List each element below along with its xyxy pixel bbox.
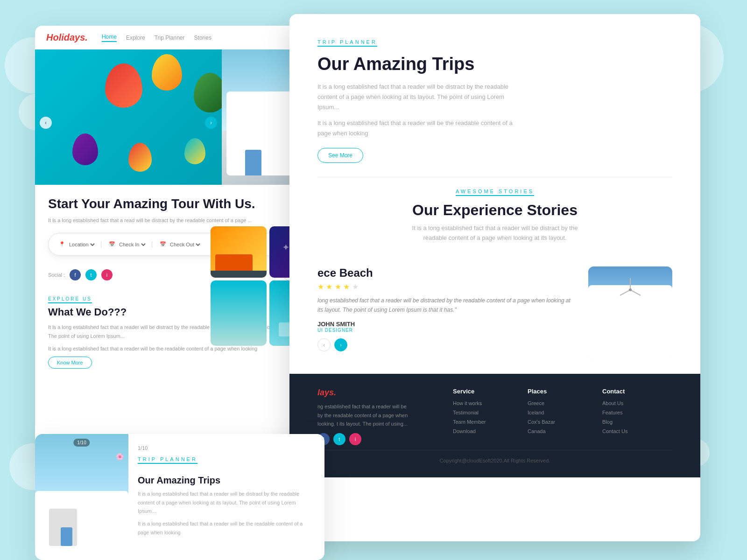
bottom-flowers: 🌸 xyxy=(116,453,124,460)
footer-places-link-1[interactable]: Iceland xyxy=(528,410,593,415)
reviewer-role: UI DESIGNER xyxy=(317,328,574,333)
bottom-card-content: 1/10 Trip Planner Our Amazing Trips It i… xyxy=(128,434,324,560)
location-select[interactable]: Location xyxy=(67,241,96,248)
star-5-empty: ★ xyxy=(352,283,359,291)
location-icon: 📍 xyxy=(59,241,65,247)
footer-copyright: Copyright@cloudEsoft2020.All Rights Rese… xyxy=(317,450,672,463)
stories-label: Awesome Stories xyxy=(456,189,534,196)
checkin-field[interactable]: 📅 Check In xyxy=(104,241,152,248)
twitter-icon[interactable]: t xyxy=(85,269,97,280)
star-rating: ★ ★ ★ ★ ★ xyxy=(317,282,574,291)
trip-planner-label: Trip Planner xyxy=(317,39,377,47)
footer-service-link-0[interactable]: How it works xyxy=(453,400,518,406)
testimonial-text: ece Beach ★ ★ ★ ★ ★ long established fac… xyxy=(317,266,574,351)
know-more-button[interactable]: Know More xyxy=(48,357,92,369)
bottom-trip-label: Trip Planner xyxy=(138,456,197,464)
footer-contact-link-0[interactable]: About Us xyxy=(602,400,672,406)
testimonial-prev-btn[interactable]: ‹ xyxy=(317,338,331,351)
nav-home[interactable]: Home xyxy=(102,34,117,42)
footer-contact-title: Contact xyxy=(602,388,672,395)
explore-label: Explore Us xyxy=(48,296,92,303)
checkout-select[interactable]: Check Out xyxy=(168,241,202,248)
balloon-4 xyxy=(72,133,98,165)
star-3: ★ xyxy=(335,283,341,291)
nav-trip-planner[interactable]: Trip Planner xyxy=(155,35,185,41)
navbar: Holidays. Home Explore Trip Planner Stor… xyxy=(35,26,324,49)
bottom-card: 🌸 1/10 1/10 Trip Planner Our Amazing Tri… xyxy=(35,434,324,560)
bottom-trip-desc1: It is a long established fact that a rea… xyxy=(138,490,315,516)
footer-service-link-1[interactable]: Testimonial xyxy=(453,410,518,415)
footer-section: lays. ng established fact that a reader … xyxy=(289,374,700,477)
star-1: ★ xyxy=(317,283,324,291)
greek-door xyxy=(245,150,261,175)
footer-service-link-2[interactable]: Team Member xyxy=(453,419,518,425)
balloon-2 xyxy=(152,54,182,91)
checkout-field[interactable]: 📅 Check Out xyxy=(155,241,206,248)
footer-brand: lays. ng established fact that a reader … xyxy=(317,388,411,445)
bottom-counter-label: 1/10 xyxy=(138,445,315,451)
footer-contact-link-2[interactable]: Blog xyxy=(602,419,672,425)
footer-description: ng established fact that a reader will b… xyxy=(317,402,411,428)
testimonial-place: ece Beach xyxy=(317,266,574,280)
beach-image xyxy=(211,280,267,346)
hero-prev-btn[interactable]: ‹ xyxy=(40,117,52,129)
testimonial-next-btn[interactable]: › xyxy=(334,338,347,351)
checkin-select[interactable]: Check In xyxy=(117,241,147,248)
footer-contact-link-1[interactable]: Features xyxy=(602,410,672,415)
footer-service-title: Service xyxy=(453,388,518,395)
balloon-1 xyxy=(105,63,142,108)
nav-stories[interactable]: Stories xyxy=(194,35,211,41)
facebook-icon[interactable]: f xyxy=(70,269,81,280)
testimonial-body: long established fact that a reader will… xyxy=(317,296,574,315)
footer-ig-icon[interactable]: i xyxy=(349,433,361,445)
testimonial-nav: ‹ › xyxy=(317,338,574,351)
hero-image: 🌸🌺 ‹ › xyxy=(35,49,324,185)
footer-contact-link-3[interactable]: Contact Us xyxy=(602,428,672,434)
instagram-icon[interactable]: i xyxy=(101,269,113,280)
footer-places-link-2[interactable]: Cox's Bazar xyxy=(528,419,593,425)
trip-planner-desc1: It is a long established fact that a rea… xyxy=(317,82,514,112)
bottom-trip-desc2: It is a long established fact that a rea… xyxy=(138,519,315,537)
trip-planner-section: Trip Planner Our Amazing Trips It is a l… xyxy=(289,14,700,177)
star-4: ★ xyxy=(343,283,350,291)
stories-section: Awesome Stories Our Experience Stories I… xyxy=(289,177,700,257)
testimonial-image xyxy=(588,266,672,360)
star-2: ★ xyxy=(326,283,332,291)
footer-places-col: Places Greece Iceland Cox's Bazar Canada xyxy=(528,388,593,445)
svg-point-3 xyxy=(629,288,632,291)
footer-places-link-3[interactable]: Canada xyxy=(528,428,593,434)
main-card: Holidays. Home Explore Trip Planner Stor… xyxy=(35,26,324,455)
balloon-6 xyxy=(184,138,205,164)
svg-line-2 xyxy=(620,290,630,295)
footer-tw-icon[interactable]: t xyxy=(333,433,345,445)
testimonial-section: ece Beach ★ ★ ★ ★ ★ long established fac… xyxy=(289,257,700,374)
footer-places-link-0[interactable]: Greece xyxy=(528,400,593,406)
bottom-card-image: 🌸 1/10 xyxy=(35,434,128,560)
hero-next-btn[interactable]: › xyxy=(205,117,217,129)
hero-title: Start Your Amazing Tour With Us. xyxy=(48,196,311,212)
footer-service-link-3[interactable]: Download xyxy=(453,428,518,434)
hero-description: It is a long established fact that a rea… xyxy=(48,217,311,225)
trip-planner-title: Our Amazing Trips xyxy=(317,54,672,74)
svg-line-1 xyxy=(630,290,641,295)
stories-description: It is a long established fact that a rea… xyxy=(406,224,584,243)
balloon-5 xyxy=(128,143,152,172)
stories-title: Our Experience Stories xyxy=(317,202,672,219)
place-text: ece Beach xyxy=(317,266,373,279)
reviewer-name: JOHN SMITH xyxy=(317,321,574,328)
logo: Holidays. xyxy=(46,32,88,43)
footer-places-title: Places xyxy=(528,388,593,395)
footer-spacer xyxy=(420,388,444,445)
bottom-counter-badge: 1/10 xyxy=(73,439,90,447)
nav-explore[interactable]: Explore xyxy=(126,35,145,41)
social-label: Social : xyxy=(48,272,65,278)
trip-planner-desc2: It is a long established fact that a rea… xyxy=(317,118,514,139)
van-image xyxy=(211,226,267,278)
see-more-button[interactable]: See More xyxy=(317,148,363,163)
checkin-icon: 📅 xyxy=(109,241,115,247)
footer-logo: lays. xyxy=(317,388,411,398)
bottom-trip-title: Our Amazing Trips xyxy=(138,475,315,486)
checkout-icon: 📅 xyxy=(160,241,166,247)
footer-service-col: Service How it works Testimonial Team Me… xyxy=(453,388,518,445)
location-field[interactable]: 📍 Location xyxy=(54,241,101,248)
